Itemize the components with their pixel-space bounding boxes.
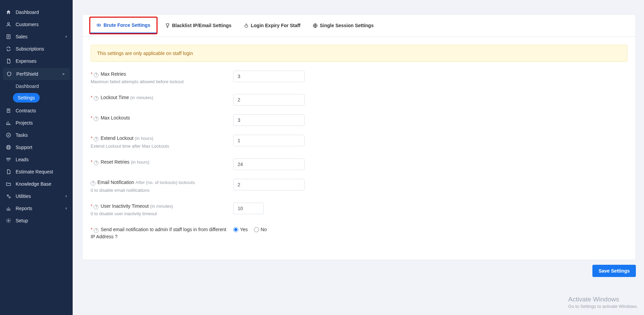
help-icon[interactable]: ? [94, 73, 98, 77]
email-notification-input[interactable] [233, 179, 305, 190]
tab-brute-force[interactable]: Brute Force Settings [90, 18, 157, 33]
field-helper: Extend Lockout time after Max Lockouts [91, 143, 226, 150]
chevron-left-icon [65, 194, 68, 198]
field-helper: 0 to disable email notifications [91, 187, 226, 194]
help-icon[interactable]: ? [94, 161, 98, 165]
cogs-icon [5, 193, 12, 199]
help-icon[interactable]: ? [94, 96, 98, 101]
help-icon[interactable]: ? [94, 228, 98, 233]
sidebar-item-support[interactable]: Support [0, 141, 73, 153]
field-label: Max Retries [100, 71, 126, 77]
sidebar-item-contracts[interactable]: Contracts [0, 105, 73, 117]
help-icon[interactable]: ? [94, 205, 98, 209]
row-lockout-time: *?Lockout Time (in minutes) [91, 94, 627, 106]
field-hint: (in minutes) [130, 95, 153, 100]
help-icon[interactable]: ? [94, 116, 98, 121]
sidebar-submenu-perfshield: Dashboard Settings [0, 81, 73, 105]
main-content: Brute Force Settings Blacklist IP/Email … [73, 0, 644, 315]
extend-lockout-input[interactable] [233, 135, 305, 146]
refresh-icon [5, 46, 12, 52]
tab-label: Login Expiry For Staff [251, 23, 300, 28]
row-send-email-diff-ip: *?Send email notification to admin if st… [91, 226, 627, 240]
sidebar-item-reports[interactable]: Reports [0, 202, 73, 215]
sidebar-item-customers[interactable]: Customers [0, 18, 73, 31]
required-asterisk: * [91, 115, 92, 121]
svg-rect-10 [97, 24, 100, 26]
tabs-bar: Brute Force Settings Blacklist IP/Email … [82, 15, 636, 37]
sidebar-item-setup[interactable]: Setup [0, 215, 73, 227]
reset-retries-input[interactable] [233, 159, 305, 170]
sidebar-item-label: Tasks [16, 132, 28, 138]
max-retries-input[interactable] [233, 71, 305, 82]
sidebar-item-label: Leads [16, 157, 29, 162]
field-label: User Inactivity Timeout [100, 203, 150, 209]
sidebar-item-label: Contracts [16, 108, 36, 113]
sidebar-item-tasks[interactable]: Tasks [0, 129, 73, 141]
field-hint: (in hours) [135, 136, 153, 141]
chevron-left-icon [65, 207, 68, 210]
sidebar-item-utilities[interactable]: Utilities [0, 190, 73, 202]
lifebuoy-icon [5, 145, 12, 150]
shield-icon [6, 71, 12, 77]
info-alert: This settings are only applicable on sta… [91, 45, 627, 62]
max-lockouts-input[interactable] [233, 114, 305, 126]
svg-point-9 [8, 220, 9, 221]
sidebar-item-estimate-request[interactable]: Estimate Request [0, 166, 73, 178]
sidebar-item-sales[interactable]: Sales [0, 31, 73, 43]
sidebar-item-label: Reports [16, 206, 32, 211]
user-inactivity-input[interactable] [233, 203, 264, 214]
required-asterisk: * [91, 159, 92, 165]
svg-point-0 [7, 23, 9, 24]
field-label: Extend Lockout [100, 135, 134, 141]
radio-yes[interactable] [233, 227, 238, 232]
required-asterisk: * [91, 95, 92, 100]
sidebar-item-subscriptions[interactable]: Subscriptions [0, 43, 73, 55]
sidebar-item-label: PerfShield [16, 71, 38, 77]
radio-no[interactable] [254, 227, 259, 232]
sidebar-item-label: Projects [16, 120, 33, 126]
bar-chart-icon [5, 206, 12, 211]
sidebar-item-label: Customers [16, 22, 39, 27]
svg-point-5 [7, 146, 9, 148]
sidebar-item-label: Subscriptions [16, 46, 44, 52]
required-asterisk: * [91, 71, 92, 77]
sidebar-sub-settings[interactable]: Settings [13, 93, 40, 103]
tab-label: Brute Force Settings [104, 22, 150, 28]
save-settings-button[interactable]: Save Settings [592, 265, 636, 277]
row-max-lockouts: *?Max Lockouts [91, 114, 627, 126]
help-icon[interactable]: ? [94, 137, 98, 142]
help-icon[interactable]: ? [91, 181, 95, 186]
required-asterisk: * [91, 203, 92, 209]
field-label: Max Lockouts [100, 115, 130, 121]
field-hint: After (no. of lockouts) lockouts [135, 180, 195, 185]
svg-point-11 [98, 24, 99, 25]
sidebar-item-projects[interactable]: Projects [0, 117, 73, 129]
sidebar-item-label: Setup [16, 218, 28, 223]
tab-single-session[interactable]: Single Session Settings [307, 16, 380, 35]
blacklist-icon [165, 23, 170, 28]
sidebar-item-label: Dashboard [16, 10, 39, 15]
tab-blacklist[interactable]: Blacklist IP/Email Settings [159, 16, 238, 35]
sidebar-item-expenses[interactable]: Expenses [0, 55, 73, 67]
radio-yes-label[interactable]: Yes [233, 227, 248, 232]
sidebar: Dashboard Customers Sales Subscriptions … [0, 0, 73, 315]
chevron-left-icon [65, 35, 68, 38]
sidebar-item-dashboard[interactable]: Dashboard [0, 6, 73, 18]
field-label: Lockout Time [100, 95, 130, 100]
tab-highlight-box: Brute Force Settings [89, 17, 158, 34]
radio-no-label[interactable]: No [254, 227, 267, 232]
field-hint: (in minutes) [150, 204, 173, 209]
sidebar-item-knowledge-base[interactable]: Knowledge Base [0, 178, 73, 190]
folder-icon [5, 181, 12, 187]
sidebar-item-perfshield[interactable]: PerfShield [3, 68, 70, 80]
gear-icon [5, 218, 12, 223]
sidebar-item-leads[interactable]: Leads [0, 153, 73, 166]
tab-login-expiry[interactable]: Login Expiry For Staff [238, 16, 307, 35]
sidebar-sub-dashboard[interactable]: Dashboard [15, 81, 73, 92]
field-label: Send email notification to admin if staf… [91, 227, 226, 239]
row-email-notification: ?Email Notification After (no. of lockou… [91, 179, 627, 194]
user-icon [5, 22, 12, 27]
lockout-time-input[interactable] [233, 94, 305, 106]
form-footer: Save Settings [82, 265, 636, 277]
sidebar-item-label: Utilities [16, 193, 31, 199]
